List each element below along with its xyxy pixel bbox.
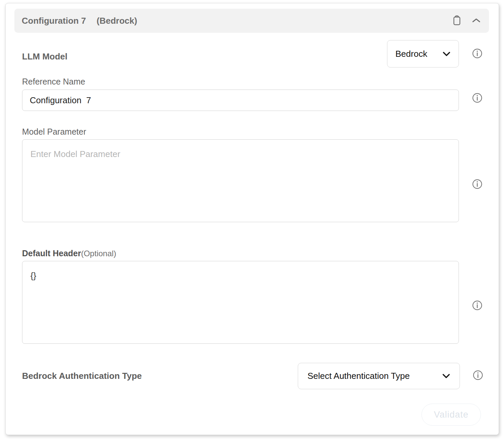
- collapse-section-button[interactable]: [470, 14, 483, 27]
- model-parameter-textarea[interactable]: [22, 139, 459, 222]
- model-parameter-info-button[interactable]: [472, 179, 483, 190]
- default-header-label: Default Header(Optional): [22, 249, 116, 258]
- default-header-textarea[interactable]: {}: [22, 261, 459, 344]
- chevron-down-icon: [443, 51, 451, 56]
- delete-configuration-button[interactable]: [450, 14, 464, 27]
- info-icon: [473, 370, 483, 382]
- chevron-up-icon: [472, 18, 481, 24]
- reference-name-info-button[interactable]: [472, 93, 483, 104]
- llm-model-label: LLM Model: [22, 51, 68, 62]
- chevron-down-icon: [442, 374, 450, 379]
- trash-icon: [452, 15, 462, 27]
- config-provider-tag: (Bedrock): [97, 16, 137, 26]
- info-icon: [472, 300, 483, 312]
- reference-name-label: Reference Name: [22, 77, 85, 87]
- auth-type-info-button[interactable]: [473, 371, 483, 381]
- config-title: Configuration 7: [22, 16, 86, 26]
- default-header-info-button[interactable]: [472, 301, 483, 311]
- config-section-header[interactable]: Configuration 7 (Bedrock): [14, 9, 489, 33]
- llm-model-selected-value: Bedrock: [395, 49, 427, 59]
- configuration-card: Configuration 7 (Bedrock): [5, 3, 499, 435]
- auth-type-selected-value: Select Authentication Type: [307, 371, 410, 381]
- auth-type-label: Bedrock Authentication Type: [22, 371, 142, 381]
- info-icon: [472, 93, 483, 105]
- optional-tag: (Optional): [81, 249, 116, 258]
- validate-button[interactable]: Validate: [421, 404, 481, 426]
- default-header-label-text: Default Header: [22, 249, 81, 258]
- auth-type-select[interactable]: Select Authentication Type: [298, 363, 460, 389]
- llm-model-select[interactable]: Bedrock: [387, 40, 459, 67]
- llm-model-info-button[interactable]: [472, 49, 483, 59]
- reference-name-input[interactable]: [22, 90, 459, 111]
- info-icon: [472, 48, 483, 60]
- info-icon: [472, 179, 483, 191]
- model-parameter-label: Model Parameter: [22, 127, 86, 137]
